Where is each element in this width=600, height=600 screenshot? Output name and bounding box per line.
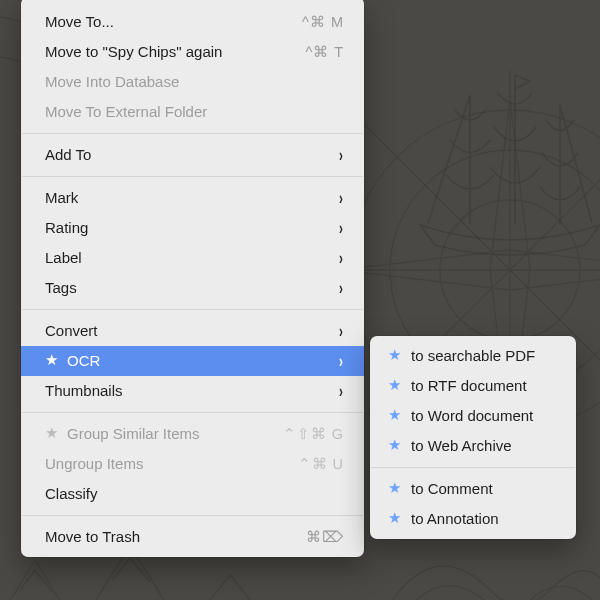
menu-item-label: Move to "Spy Chips" again <box>45 37 288 67</box>
menu-item-thumbnails[interactable]: Thumbnails › <box>21 376 364 406</box>
menu-item-label: Mark <box>45 183 320 213</box>
chevron-right-icon: › <box>339 243 343 273</box>
menu-item-label: OCR <box>45 346 320 376</box>
submenu-item-rtf[interactable]: ★ to RTF document <box>370 371 576 401</box>
menu-separator <box>22 309 363 310</box>
star-icon: ★ <box>45 418 58 448</box>
menu-item-label: Move To... <box>45 7 284 37</box>
menu-item-mark[interactable]: Mark › <box>21 183 364 213</box>
star-icon: ★ <box>388 473 401 503</box>
menu-item-group-similar: ★ Group Similar Items ⌃⇧⌘ G <box>21 419 364 449</box>
menu-item-label: Move to Trash <box>45 522 288 552</box>
menu-item-rating[interactable]: Rating › <box>21 213 364 243</box>
chevron-right-icon: › <box>339 273 343 303</box>
submenu-item-web-archive[interactable]: ★ to Web Archive <box>370 431 576 461</box>
menu-item-label: Classify <box>45 479 344 509</box>
chevron-right-icon: › <box>339 183 343 213</box>
svg-line-12 <box>340 250 510 270</box>
chevron-right-icon: › <box>339 140 343 170</box>
svg-line-7 <box>510 100 530 270</box>
svg-point-2 <box>440 200 580 340</box>
star-icon: ★ <box>388 430 401 460</box>
menu-item-label: Move To External Folder <box>45 97 344 127</box>
menu-item-label: to RTF document <box>411 371 556 401</box>
menu-item-shortcut: ⌃⌘ U <box>298 449 345 479</box>
svg-line-18 <box>428 95 470 223</box>
menu-item-label: Add To <box>45 140 320 170</box>
menu-item-move-to-trash[interactable]: Move to Trash ⌘⌦ <box>21 522 364 552</box>
menu-item-label: to Comment <box>411 474 556 504</box>
star-icon: ★ <box>388 503 401 533</box>
menu-item-shortcut: ⌃⇧⌘ G <box>283 419 344 449</box>
chevron-right-icon: › <box>339 346 343 376</box>
menu-item-ocr[interactable]: ★ OCR › <box>21 346 364 376</box>
context-menu: Move To... ^⌘ M Move to "Spy Chips" agai… <box>21 0 364 557</box>
menu-separator <box>22 412 363 413</box>
menu-item-move-to[interactable]: Move To... ^⌘ M <box>21 7 364 37</box>
menu-item-move-into-database: Move Into Database <box>21 67 364 97</box>
svg-line-21 <box>515 81 530 89</box>
submenu-item-word[interactable]: ★ to Word document <box>370 401 576 431</box>
menu-item-add-to[interactable]: Add To › <box>21 140 364 170</box>
submenu-item-annotation[interactable]: ★ to Annotation <box>370 504 576 534</box>
svg-line-14 <box>510 250 600 270</box>
svg-line-11 <box>340 270 510 290</box>
menu-item-label: Ungroup Items <box>45 449 280 479</box>
menu-item-label: Group Similar Items <box>45 419 265 449</box>
menu-item-convert[interactable]: Convert › <box>21 316 364 346</box>
menu-item-label: Convert <box>45 316 320 346</box>
submenu-item-comment[interactable]: ★ to Comment <box>370 474 576 504</box>
menu-item-label: to Web Archive <box>411 431 556 461</box>
menu-item-shortcut: ^⌘ M <box>302 7 344 37</box>
star-icon: ★ <box>388 400 401 430</box>
menu-item-shortcut: ⌘⌦ <box>306 522 344 552</box>
menu-item-move-again[interactable]: Move to "Spy Chips" again ^⌘ T <box>21 37 364 67</box>
chevron-right-icon: › <box>339 376 343 406</box>
star-icon: ★ <box>45 345 58 375</box>
menu-item-ungroup: Ungroup Items ⌃⌘ U <box>21 449 364 479</box>
menu-item-label[interactable]: Label › <box>21 243 364 273</box>
menu-item-label: Move Into Database <box>45 67 344 97</box>
star-icon: ★ <box>388 370 401 400</box>
menu-item-label: to searchable PDF <box>411 341 556 371</box>
menu-item-move-external: Move To External Folder <box>21 97 364 127</box>
menu-item-label: Thumbnails <box>45 376 320 406</box>
menu-separator <box>371 467 575 468</box>
menu-item-shortcut: ^⌘ T <box>306 37 344 67</box>
svg-line-20 <box>515 75 530 81</box>
menu-item-tags[interactable]: Tags › <box>21 273 364 303</box>
submenu-item-searchable-pdf[interactable]: ★ to searchable PDF <box>370 341 576 371</box>
menu-separator <box>22 133 363 134</box>
menu-item-label: Tags <box>45 273 320 303</box>
menu-item-classify[interactable]: Classify <box>21 479 364 509</box>
menu-item-label: Label <box>45 243 320 273</box>
menu-separator <box>22 515 363 516</box>
menu-item-label: to Annotation <box>411 504 556 534</box>
menu-item-label: Rating <box>45 213 320 243</box>
ocr-submenu: ★ to searchable PDF ★ to RTF document ★ … <box>370 336 576 539</box>
svg-line-13 <box>510 270 600 290</box>
star-icon: ★ <box>388 340 401 370</box>
svg-line-8 <box>490 100 510 270</box>
menu-separator <box>22 176 363 177</box>
chevron-right-icon: › <box>339 213 343 243</box>
chevron-right-icon: › <box>339 316 343 346</box>
menu-item-label: to Word document <box>411 401 556 431</box>
svg-line-19 <box>560 105 592 223</box>
